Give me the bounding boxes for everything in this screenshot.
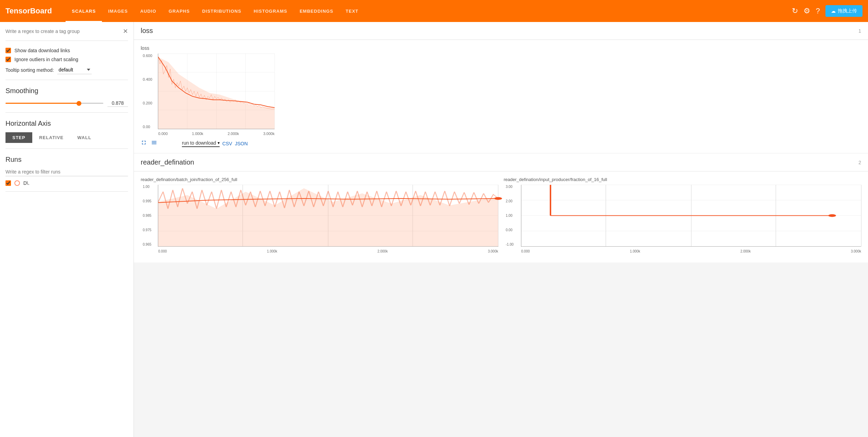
svg-point-30 — [828, 214, 836, 217]
nav-histograms[interactable]: HISTOGRAMS — [247, 0, 293, 22]
horizontal-axis-section: Horizontal Axis STEP RELATIVE WALL — [5, 120, 128, 149]
upload-button[interactable]: ☁ 拖拽上传 — [825, 5, 863, 17]
topnav: TensorBoard SCALARS IMAGES AUDIO GRAPHS … — [0, 0, 868, 22]
nav-scalars[interactable]: SCALARS — [66, 0, 102, 22]
batch-join-svg — [158, 185, 498, 246]
smoothing-title: Smoothing — [5, 87, 128, 95]
nav-images[interactable]: IMAGES — [102, 0, 134, 22]
loss-card: loss 1 loss 0.600 0.400 0.200 0.00 — [134, 22, 868, 153]
show-download-label: Show data download links — [14, 48, 70, 53]
loss-x-labels: 0.000 1.000k 2.000k 3.000k — [158, 132, 275, 136]
loss-card-body: loss 0.600 0.400 0.200 0.00 — [134, 40, 868, 153]
main-layout: ✕ Show data download links Ignore outlie… — [0, 22, 868, 437]
run-item: D\. — [5, 180, 128, 186]
runs-section: Runs D\. — [5, 156, 128, 192]
run-label: D\. — [23, 180, 30, 186]
loss-chart-actions: run to download ▾ CSV JSON — [141, 139, 861, 147]
horizontal-axis-title: Horizontal Axis — [5, 120, 128, 127]
svg-point-19 — [494, 197, 502, 200]
nav-distributions[interactable]: DISTRIBUTIONS — [196, 0, 247, 22]
axis-button-group: STEP RELATIVE WALL — [5, 132, 128, 143]
axis-wall-button[interactable]: WALL — [70, 132, 98, 143]
smoothing-value[interactable]: 0.878 — [107, 100, 128, 107]
runs-filter-input[interactable] — [5, 168, 128, 176]
input-producer-title: reader_defination/input_producer/fractio… — [504, 177, 861, 182]
batch-join-chart-area: 1.00 0.995 0.985 0.975 0.965 — [158, 185, 498, 247]
upload-icon: ☁ — [831, 8, 836, 14]
run-to-download-container: run to download ▾ — [182, 140, 220, 147]
loss-chart-title: loss — [141, 45, 861, 51]
nav-graphs[interactable]: GRAPHS — [162, 0, 196, 22]
ignore-outliers-checkbox[interactable] — [5, 57, 11, 62]
input-producer-y-labels: 3.00 2.00 1.00 0.00 -1.00 — [506, 185, 514, 246]
show-download-row: Show data download links — [5, 48, 128, 53]
help-icon[interactable]: ? — [816, 7, 820, 15]
loss-card-number: 1 — [858, 28, 861, 34]
tooltip-sorting-label: Tooltip sorting method: — [5, 67, 54, 73]
batch-join-x-labels: 0.000 1.000k 2.000k 3.000k — [158, 249, 498, 253]
run-checkbox[interactable] — [5, 180, 11, 186]
smoothing-slider-container — [5, 100, 103, 107]
batch-join-y-labels: 1.00 0.995 0.985 0.975 0.965 — [143, 185, 151, 246]
reader-card-header: reader_defination 2 — [134, 154, 868, 171]
run-circle-icon — [14, 180, 20, 186]
reader-charts-grid: reader_defination/batch_join/fraction_of… — [134, 171, 868, 262]
batch-join-chart: reader_defination/batch_join/fraction_of… — [141, 177, 498, 257]
batch-join-title: reader_defination/batch_join/fraction_of… — [141, 177, 498, 182]
runs-title: Runs — [5, 156, 128, 164]
sidebar: ✕ Show data download links Ignore outlie… — [0, 22, 134, 437]
settings-icon[interactable]: ⚙ — [803, 7, 810, 15]
loss-chart-area: 0.600 0.400 0.200 0.00 — [158, 54, 275, 129]
json-download[interactable]: JSON — [235, 141, 247, 146]
lines-icon[interactable] — [151, 139, 157, 147]
tag-search: ✕ — [5, 27, 128, 41]
close-icon[interactable]: ✕ — [123, 27, 128, 35]
tag-search-input[interactable] — [5, 29, 123, 34]
loss-chart-svg — [158, 54, 275, 129]
reader-card-title: reader_defination — [141, 158, 194, 166]
fullscreen-icon[interactable] — [141, 139, 147, 147]
ignore-outliers-label: Ignore outliers in chart scaling — [14, 57, 78, 62]
nav-text[interactable]: TEXT — [339, 0, 364, 22]
smoothing-slider-row: 0.878 — [5, 100, 128, 107]
smoothing-section: Smoothing 0.878 — [5, 87, 128, 113]
app-logo: TensorBoard — [5, 7, 52, 15]
axis-step-button[interactable]: STEP — [5, 132, 32, 143]
input-producer-x-labels: 0.000 1.000k 2.000k 3.000k — [521, 249, 861, 253]
nav-links: SCALARS IMAGES AUDIO GRAPHS DISTRIBUTION… — [66, 0, 791, 22]
loss-card-title: loss — [141, 27, 153, 35]
upload-label: 拖拽上传 — [838, 8, 857, 14]
reader-card-number: 2 — [858, 160, 861, 165]
axis-relative-button[interactable]: RELATIVE — [32, 132, 70, 143]
loss-card-header: loss 1 — [134, 22, 868, 40]
loss-y-labels: 0.600 0.400 0.200 0.00 — [143, 54, 152, 129]
tooltip-sorting-select[interactable]: default ascending descending — [57, 66, 92, 74]
tooltip-row: Tooltip sorting method: default ascendin… — [5, 66, 128, 74]
input-producer-chart-area: 3.00 2.00 1.00 0.00 -1.00 — [521, 185, 861, 247]
ignore-outliers-row: Ignore outliers in chart scaling — [5, 57, 128, 62]
nav-audio[interactable]: AUDIO — [134, 0, 162, 22]
csv-download[interactable]: CSV — [222, 141, 232, 146]
dropdown-arrow-icon[interactable]: ▾ — [218, 141, 220, 145]
download-section: run to download ▾ CSV JSON — [182, 140, 248, 147]
refresh-icon[interactable]: ↻ — [792, 7, 798, 15]
reader-defination-card: reader_defination 2 reader_defination/ba… — [134, 154, 868, 262]
nav-embeddings[interactable]: EMBEDDINGS — [293, 0, 339, 22]
main-content: loss 1 loss 0.600 0.400 0.200 0.00 — [134, 22, 868, 437]
show-download-checkbox[interactable] — [5, 48, 11, 53]
input-producer-chart: reader_defination/input_producer/fractio… — [504, 177, 861, 257]
topnav-right: ↻ ⚙ ? ☁ 拖拽上传 — [792, 5, 863, 17]
input-producer-svg — [521, 185, 861, 246]
run-to-download-label: run to download — [182, 140, 216, 146]
options-section: Show data download links Ignore outliers… — [5, 48, 128, 80]
